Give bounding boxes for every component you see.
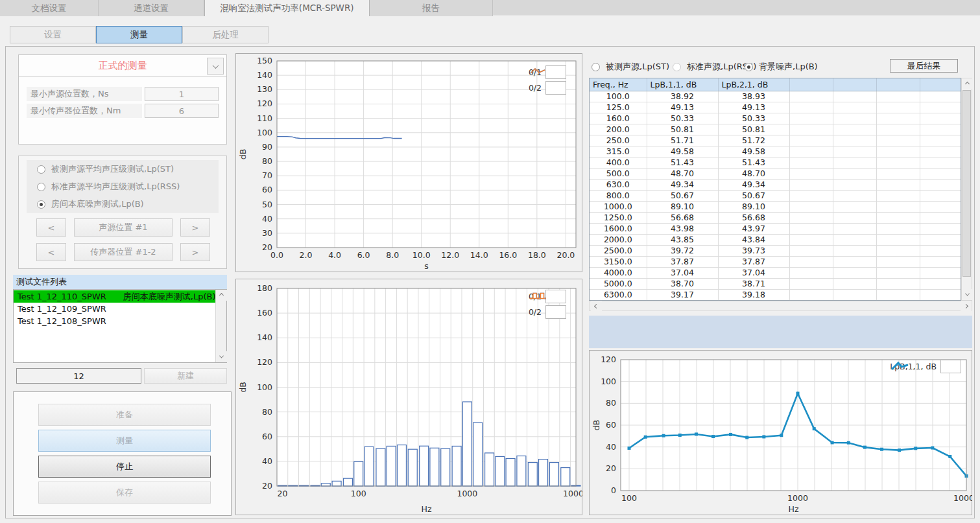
- table-cell: 89.10: [718, 201, 789, 212]
- table-row[interactable]: 100.038.9238.93: [590, 91, 961, 102]
- scroll-up-icon[interactable]: [962, 78, 973, 89]
- radio-lp-st[interactable]: 被测声源平均声压级测试,Lp(ST): [37, 163, 219, 175]
- table-cell: [833, 146, 876, 157]
- line-icon: [545, 65, 566, 79]
- svg-text:s: s: [424, 261, 429, 271]
- table-hscrollbar[interactable]: [589, 301, 972, 311]
- tab-mcr-spwr[interactable]: 混响室法测试声功率(MCR-SPWR): [204, 0, 370, 16]
- svg-text:20: 20: [278, 489, 288, 498]
- source-position-prev-button[interactable]: <: [36, 218, 66, 237]
- last-result-button[interactable]: 最后结果: [890, 59, 958, 73]
- table-cell: 49.34: [718, 179, 789, 190]
- table-row[interactable]: 1600.043.9843.97: [590, 223, 961, 234]
- svg-text:8.0: 8.0: [386, 250, 399, 260]
- table-row[interactable]: 315.049.5849.58: [590, 146, 961, 157]
- scroll-left-icon[interactable]: [591, 301, 602, 312]
- table-row[interactable]: 200.050.8150.81: [590, 124, 961, 135]
- save-button[interactable]: 保存: [38, 482, 211, 504]
- legend-item: 0/2: [529, 305, 566, 319]
- prepare-button[interactable]: 准备: [38, 404, 211, 426]
- table-cell: [789, 245, 833, 256]
- table-row[interactable]: 3150.037.8737.87: [590, 256, 961, 267]
- table-cell: [876, 245, 920, 256]
- table-cell: [920, 146, 961, 157]
- svg-text:130: 130: [257, 84, 272, 94]
- radio-src-st[interactable]: 被测声源,Lp(ST): [592, 61, 669, 73]
- table-cell: [920, 212, 961, 223]
- test-file-list[interactable]: Test 1_12_110_SPWR房间本底噪声测试,Lp(B)Test 1_1…: [13, 289, 227, 363]
- source-position-next-button[interactable]: >: [180, 218, 210, 237]
- list-item[interactable]: Test 1_12_109_SPWR: [14, 303, 215, 315]
- new-button[interactable]: 新建: [144, 368, 227, 384]
- table-row[interactable]: 1000.089.1089.10: [590, 201, 961, 212]
- radio-icon: [37, 183, 45, 191]
- table-cell: 1000.0: [590, 201, 647, 212]
- table-cell: 49.58: [718, 146, 789, 157]
- table-cell: 500.0: [590, 168, 647, 179]
- radio-lp-b[interactable]: 房间本底噪声测试,Lp(B): [37, 198, 219, 210]
- tab-document-settings[interactable]: 文档设置: [0, 0, 99, 16]
- legend-item: LpB,1,1, dB: [890, 360, 961, 373]
- measure-button[interactable]: 测量: [38, 430, 211, 452]
- results-table[interactable]: Freq., HzLpB,1,1, dBLpB,2,1, dB 100.038.…: [589, 78, 961, 301]
- svg-text:20: 20: [262, 242, 272, 252]
- table-cell: 3150.0: [590, 256, 647, 267]
- table-row[interactable]: 630.049.3449.34: [590, 179, 961, 190]
- table-row[interactable]: 400.051.4351.43: [590, 157, 961, 168]
- radio-src-rss[interactable]: 标准声源,Lp(RSS): [673, 61, 756, 73]
- table-cell: [876, 190, 920, 201]
- scroll-right-icon[interactable]: [961, 301, 972, 312]
- table-row[interactable]: 1250.056.6856.68: [590, 212, 961, 223]
- table-vscrollbar[interactable]: [961, 78, 972, 301]
- table-cell: 48.70: [718, 168, 789, 179]
- table-cell: 38.92: [647, 91, 718, 102]
- table-cell: [920, 168, 961, 179]
- table-row[interactable]: 500.048.7048.70: [590, 168, 961, 179]
- mic-position-button[interactable]: 传声器位置 #1-2: [74, 243, 173, 261]
- param-input-ns[interactable]: 1: [145, 87, 219, 101]
- bars-icon: [545, 305, 566, 319]
- scroll-down-icon[interactable]: [962, 289, 973, 300]
- tab-channel-settings[interactable]: 通道设置: [99, 0, 204, 16]
- subtab-measure[interactable]: 测量: [96, 26, 182, 43]
- table-cell: 39.17: [647, 289, 718, 300]
- mic-position-next-button[interactable]: >: [180, 243, 210, 261]
- svg-text:60: 60: [262, 185, 272, 194]
- table-row[interactable]: 6300.039.1739.18: [590, 289, 961, 300]
- table-cell: 43.84: [718, 234, 789, 245]
- subtab-settings[interactable]: 设置: [10, 26, 96, 43]
- stop-button[interactable]: 停止: [38, 456, 211, 478]
- table-cell: [789, 201, 833, 212]
- radio-lp-rss[interactable]: 标准声源平均声压级测试,Lp(RSS): [37, 181, 219, 192]
- tab-report[interactable]: 报告: [370, 0, 493, 16]
- radio-icon: [592, 63, 600, 71]
- test-type-box: 被测声源平均声压级测试,Lp(ST) 标准声源平均声压级测试,Lp(RSS) 房…: [18, 156, 227, 269]
- test-type-radio-group: 被测声源平均声压级测试,Lp(ST) 标准声源平均声压级测试,Lp(RSS) 房…: [27, 160, 219, 213]
- mic-position-prev-button[interactable]: <: [36, 243, 66, 261]
- table-cell: 56.68: [647, 212, 718, 223]
- table-row[interactable]: 4000.037.0437.04: [590, 267, 961, 278]
- table-row[interactable]: 2500.039.7239.73: [590, 245, 961, 256]
- table-cell: 6300.0: [590, 289, 647, 300]
- scroll-up-icon[interactable]: [216, 290, 227, 301]
- source-position-button[interactable]: 声源位置 #1: [74, 218, 173, 237]
- table-row[interactable]: 800.050.6750.67: [590, 190, 961, 201]
- list-scrollbar[interactable]: [215, 290, 226, 362]
- table-row[interactable]: 2000.043.8543.84: [590, 234, 961, 245]
- list-item[interactable]: Test 1_12_108_SPWR: [14, 315, 215, 327]
- combo-dropdown-button[interactable]: [207, 58, 224, 75]
- table-cell: 250.0: [590, 135, 647, 146]
- param-input-nm[interactable]: 6: [145, 104, 219, 118]
- table-row[interactable]: 5000.038.7038.71: [590, 278, 961, 289]
- measurement-mode-combo[interactable]: 正式的测量: [18, 54, 227, 76]
- table-row[interactable]: 125.049.1349.13: [590, 102, 961, 113]
- scroll-down-icon[interactable]: [216, 351, 227, 362]
- counter-button[interactable]: 12: [16, 368, 141, 384]
- scrollbar-thumb[interactable]: [962, 90, 971, 277]
- list-item[interactable]: Test 1_12_110_SPWR房间本底噪声测试,Lp(B): [14, 290, 215, 303]
- radio-src-b[interactable]: 背景噪声,Lp(B): [745, 61, 818, 73]
- table-row[interactable]: 250.051.7151.72: [590, 135, 961, 146]
- table-row[interactable]: 160.050.3350.33: [590, 113, 961, 124]
- svg-text:120: 120: [257, 357, 272, 367]
- subtab-postprocess[interactable]: 后处理: [182, 26, 269, 43]
